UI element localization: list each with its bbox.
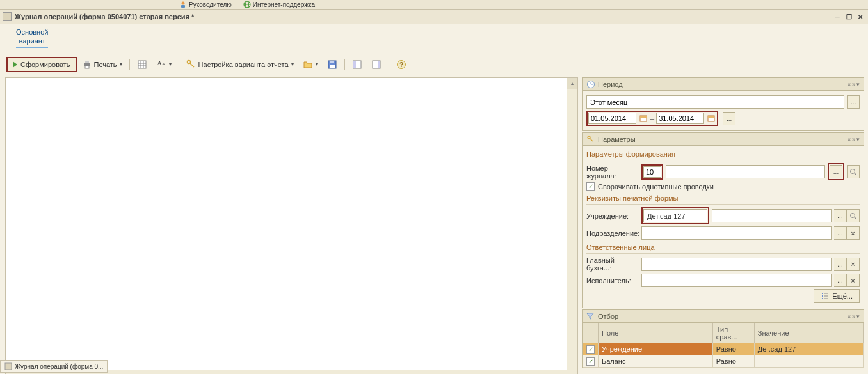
journal-num-input[interactable]: [643, 166, 661, 178]
calendar-icon[interactable]: [638, 113, 648, 124]
report-output-pane: ▴ ▾: [5, 77, 578, 374]
scroll-up-arrow[interactable]: ▴: [567, 78, 577, 89]
journal-num-label: Номер журнала:: [586, 164, 639, 180]
date-range-select-button[interactable]: ...: [723, 112, 735, 125]
table-row[interactable]: ✓БалансРавно: [583, 355, 864, 368]
svg-rect-28: [640, 116, 647, 118]
journal-num-rest[interactable]: [666, 165, 825, 178]
parameters-panel-body: Параметры формирования Номер журнала: ..…: [582, 146, 864, 308]
period-preset-input[interactable]: [586, 95, 844, 109]
svg-text:?: ?: [399, 61, 403, 68]
collapse-right-icon[interactable]: »: [852, 136, 855, 143]
org-search-button[interactable]: [847, 209, 860, 222]
panel-b-button[interactable]: [367, 58, 385, 72]
period-preset-select-button[interactable]: ...: [847, 95, 860, 109]
chief-select-button[interactable]: ...: [834, 258, 847, 271]
variant-main[interactable]: Основной вариант: [16, 27, 48, 49]
grid-icon: [137, 59, 147, 70]
filter-col-check[interactable]: [583, 323, 599, 343]
chief-input[interactable]: [641, 258, 832, 271]
variant-tab-bar: Основной вариант: [0, 24, 868, 52]
collapse-left-icon[interactable]: «: [848, 136, 851, 143]
collapse-left-icon[interactable]: «: [848, 313, 851, 320]
vertical-scrollbar[interactable]: ▴ ▾: [567, 78, 577, 374]
subdiv-label: Подразделение:: [586, 230, 639, 237]
close-button[interactable]: ✕: [855, 12, 865, 21]
row-val[interactable]: [754, 355, 863, 368]
collapse-checkbox[interactable]: ✓: [586, 182, 595, 191]
chief-clear-button[interactable]: ×: [847, 258, 860, 271]
date-from-input[interactable]: [588, 113, 636, 124]
date-to-input[interactable]: [656, 113, 704, 124]
parameters-panel-header[interactable]: Параметры «»▾: [582, 132, 864, 146]
row-field[interactable]: Баланс: [599, 355, 713, 368]
filter-table[interactable]: Поле Тип срав... Значение ✓УчреждениеРав…: [583, 323, 864, 368]
help-button[interactable]: ?: [392, 58, 410, 72]
org-input[interactable]: Дет.сад 127: [643, 209, 707, 222]
svg-rect-16: [330, 61, 334, 63]
row-checkbox[interactable]: ✓: [586, 345, 595, 354]
row-val[interactable]: Дет.сад 127: [754, 343, 863, 355]
executor-clear-button[interactable]: ×: [847, 274, 860, 287]
row-field[interactable]: Учреждение: [599, 343, 713, 355]
top-link-support[interactable]: Интернет-поддержка: [243, 1, 315, 8]
filter-col-cmp[interactable]: Тип срав...: [712, 323, 754, 343]
collapse-right-icon[interactable]: »: [852, 81, 855, 88]
table-view-button[interactable]: [133, 58, 151, 72]
filter-panel-header[interactable]: Отбор «»▾: [582, 309, 864, 323]
key-icon: [186, 59, 197, 70]
subdiv-input[interactable]: [641, 226, 832, 240]
section-requisites: Реквизиты печатной формы: [586, 192, 860, 205]
collapse-left-icon[interactable]: «: [848, 81, 851, 88]
section-forming: Параметры формирования: [586, 148, 860, 160]
executor-input[interactable]: [641, 274, 832, 287]
period-panel-header[interactable]: Период «»▾: [582, 77, 864, 91]
row-checkbox[interactable]: ✓: [586, 357, 595, 366]
folder-open-button[interactable]: ▾: [299, 58, 322, 72]
filter-col-val[interactable]: Значение: [754, 323, 863, 343]
subdiv-clear-button[interactable]: ×: [847, 226, 860, 240]
collapse-right-icon[interactable]: »: [852, 313, 855, 320]
calendar-icon[interactable]: [706, 113, 716, 124]
filter-col-field[interactable]: Поле: [599, 323, 713, 343]
svg-point-0: [182, 2, 185, 5]
report-icon: [3, 12, 12, 21]
section-responsible: Ответственные лица: [586, 242, 860, 254]
date-range-wrapper: –: [586, 111, 718, 126]
question-icon: ?: [396, 59, 406, 70]
svg-rect-43: [5, 363, 12, 370]
minimize-button[interactable]: ─: [832, 12, 842, 21]
settings-button[interactable]: Настройка варианта отчета ▾: [182, 58, 298, 72]
generate-button[interactable]: Сформировать: [6, 57, 77, 72]
journal-num-select-button[interactable]: ...: [830, 165, 842, 178]
executor-select-button[interactable]: ...: [834, 274, 847, 287]
font-button[interactable]: AA▾: [152, 58, 175, 72]
diskette-icon: [327, 59, 337, 70]
maximize-button[interactable]: ❐: [844, 12, 854, 21]
print-button[interactable]: Печать ▾: [78, 58, 126, 72]
org-select-button[interactable]: ...: [834, 209, 847, 222]
svg-rect-7: [85, 66, 89, 68]
footer-tab[interactable]: Журнал операций (форма 0...: [0, 360, 108, 373]
panel-icon: [352, 59, 362, 70]
top-link-manager[interactable]: Руководителю: [179, 1, 232, 8]
row-cmp[interactable]: Равно: [712, 355, 754, 368]
save-button[interactable]: [323, 58, 341, 72]
table-row[interactable]: ✓УчреждениеРавноДет.сад 127: [583, 343, 864, 355]
org-input-rest[interactable]: [712, 209, 832, 222]
chevron-down-icon[interactable]: ▾: [856, 136, 860, 143]
panel-a-button[interactable]: [348, 58, 366, 72]
key-icon: [586, 135, 595, 144]
top-menu-bar: Руководителю Интернет-поддержка: [0, 0, 868, 10]
svg-line-36: [855, 217, 856, 219]
row-cmp[interactable]: Равно: [712, 343, 754, 355]
chevron-down-icon[interactable]: ▾: [856, 81, 860, 88]
svg-rect-30: [708, 116, 714, 118]
subdiv-select-button[interactable]: ...: [834, 226, 847, 240]
chief-label: Главный бухга...:: [586, 256, 639, 272]
journal-num-search-button[interactable]: [847, 165, 860, 178]
more-button[interactable]: Ещё...: [814, 289, 860, 303]
play-icon: [13, 61, 17, 68]
chevron-down-icon[interactable]: ▾: [856, 313, 860, 320]
clock-icon: [586, 80, 595, 89]
